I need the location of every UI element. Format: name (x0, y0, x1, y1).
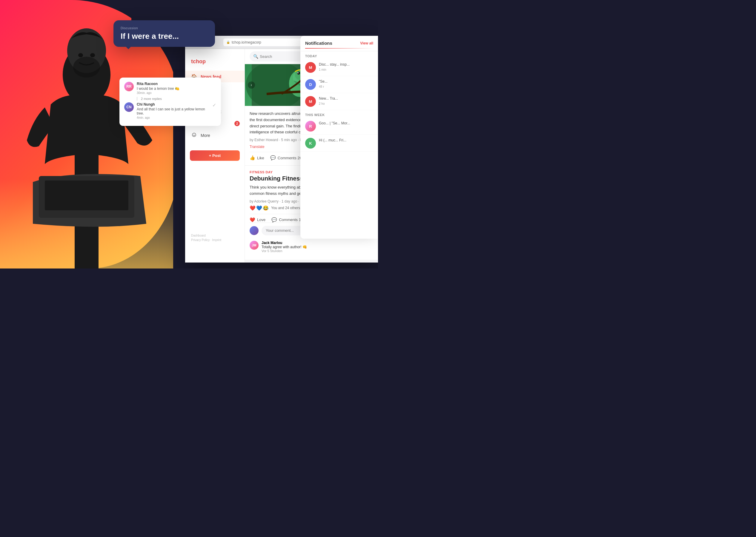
footer-links: Dashboard Privacy Policy · Imprint (185, 231, 245, 245)
post-1-translate[interactable]: Translate (249, 145, 265, 149)
reaction-emojis: ❤️ 💙 😂 (249, 205, 269, 211)
checkmark-icon: ✓ (212, 102, 216, 108)
jack-time: Vor 5 Stunden (262, 249, 307, 253)
this-week-section-title: This week (300, 110, 378, 118)
jack-text: Totally agree with author! 👊 (262, 245, 307, 249)
notif-text-2: "Se... 48 r (319, 79, 373, 90)
svg-point-6 (90, 53, 95, 57)
sidebar-more-label: More (200, 133, 210, 138)
url-text: tchop.io/megacorp (232, 40, 261, 44)
post-2-author: Adorlee Querry (254, 199, 278, 203)
love-icon: ❤️ (249, 217, 255, 223)
more-icon (191, 133, 197, 139)
create-button-area: + Post (185, 147, 245, 164)
like-label: Like (257, 156, 264, 160)
rita-time: 30min. ago (137, 91, 216, 95)
chi-time: 4min. ago (137, 116, 209, 119)
notif-item-2[interactable]: D "Se... 48 r (300, 76, 378, 93)
rita-avatar: RR (124, 82, 134, 91)
jack-avatar: JM (249, 241, 259, 250)
like-button[interactable]: 👍 Like (249, 155, 264, 160)
notif-header: Notifications View all (300, 36, 378, 51)
policy-link[interactable]: Privacy Policy · Imprint (191, 238, 239, 242)
love-button[interactable]: ❤️ Love (249, 217, 265, 223)
search-icon: 🔍 (253, 54, 258, 59)
chi-name: Chi Nungh (137, 102, 209, 106)
chi-avatar: CN (124, 102, 134, 112)
notif-text-1: Disc... stay... insp... 1 min (319, 62, 373, 73)
post-2-time: 1 day ago (282, 199, 297, 203)
chi-text: And all that I can see is just a yellow … (137, 107, 209, 115)
notif-avatar-3: M (305, 96, 316, 107)
discussion-tag: Discussion (121, 26, 208, 30)
notif-avatar-1: M (305, 62, 316, 73)
chats-badge: 2 (234, 121, 240, 126)
notifications-panel: Notifications View all Today M Disc... s… (300, 36, 378, 239)
comment-icon: 💬 (270, 155, 276, 160)
rita-name: Rita Racoon (137, 82, 216, 86)
reaction-count: You and 24 others (271, 206, 300, 210)
post-1-time: 5 min ago (281, 138, 297, 142)
love-label: Love (257, 218, 265, 222)
comment-item: JM Jack Marlou Totally agree with author… (249, 238, 373, 255)
discussion-bubble: Discussion If I were a tree... (113, 20, 215, 47)
notif-item-3[interactable]: M New... Tra... 2 ho (300, 93, 378, 110)
laugh-reaction: 😂 (263, 205, 269, 211)
jack-name: Jack Marlou (262, 241, 307, 245)
svg-rect-3 (45, 181, 128, 210)
svg-point-5 (78, 53, 83, 57)
notif-text-4: Goo... | "Se... Mor... (319, 121, 373, 132)
today-section-title: Today (300, 51, 378, 59)
notif-avatar-5: K (305, 138, 316, 148)
notif-title-text: Notifications (305, 41, 332, 46)
notif-avatar-4: R (305, 121, 316, 132)
more-replies-label: 2 more replies (137, 97, 216, 101)
user-avatar (249, 226, 259, 235)
heart-reaction: ❤️ (249, 205, 255, 211)
notif-item-5[interactable]: K Hi (... muc... Fri... (300, 135, 378, 152)
notif-time-2: 48 r (319, 85, 373, 89)
view-all-link[interactable]: View all (360, 41, 373, 45)
notif-underline (305, 48, 373, 49)
first-reply: RR Rita Racoon I would be a lemon tree 🍋… (124, 82, 216, 95)
sidebar-item-more[interactable]: More (185, 130, 245, 142)
notif-avatar-2: D (305, 79, 316, 90)
notif-item-4[interactable]: R Goo... | "Se... Mor... (300, 118, 378, 135)
svg-point-18 (297, 72, 298, 73)
comments-label: Comments 26 (278, 156, 302, 160)
notif-text-3: New... Tra... 2 ho (319, 96, 373, 107)
sidebar-logo: tchop (185, 54, 245, 71)
svg-point-4 (73, 57, 100, 78)
notif-text-5: Hi (... muc... Fri... (319, 138, 373, 148)
dashboard-link[interactable]: Dashboard (191, 234, 239, 237)
notif-title: Notifications View all (305, 41, 373, 46)
carousel-prev-arrow[interactable]: ‹ (248, 81, 255, 89)
create-post-button[interactable]: + Post (190, 150, 240, 161)
post-1-author: Esther Howard (254, 138, 278, 142)
notif-time-3: 2 ho (319, 102, 373, 106)
rita-text: I would be a lemon tree 🍋 (137, 87, 216, 91)
comments-button[interactable]: 💬 Comments 26 (270, 155, 302, 160)
like-icon: 👍 (249, 155, 255, 160)
svg-point-10 (192, 133, 196, 137)
notif-time-1: 1 min (319, 68, 373, 72)
discussion-title: If I were a tree... (121, 32, 208, 41)
reply-section: RR Rita Racoon I would be a lemon tree 🍋… (119, 78, 221, 126)
notif-item-1[interactable]: M Disc... stay... insp... 1 min (300, 59, 378, 76)
lock-icon: 🔒 (226, 41, 230, 44)
post-2-comment-icon: 💬 (271, 217, 277, 223)
second-reply: CN Chi Nungh And all that I can see is j… (124, 102, 216, 119)
love-reaction: 💙 (256, 205, 262, 211)
